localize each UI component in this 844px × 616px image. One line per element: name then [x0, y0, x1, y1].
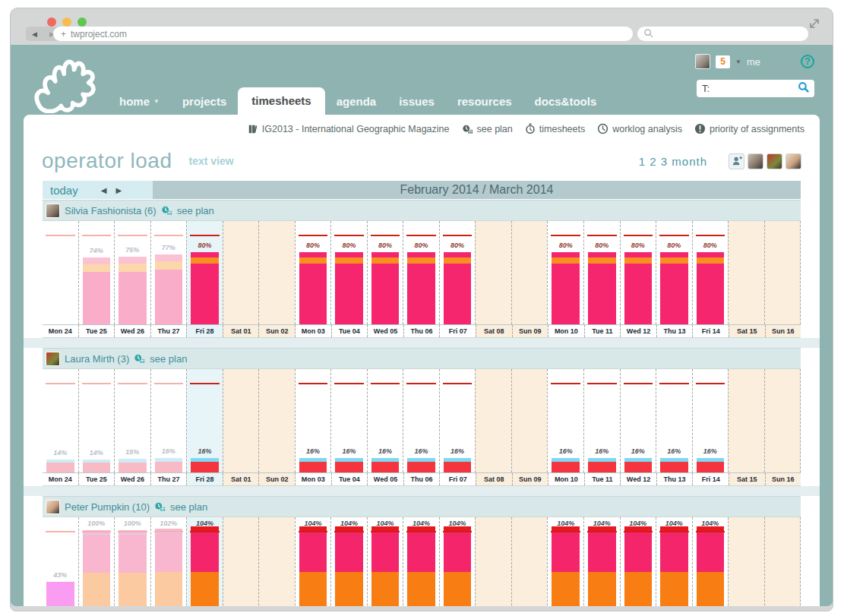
back-icon[interactable]: ◀: [32, 30, 37, 38]
period-label: February 2014 / March 2014: [153, 181, 801, 199]
load-bar[interactable]: [624, 526, 653, 606]
load-bar[interactable]: [335, 458, 363, 472]
load-bar[interactable]: [697, 526, 725, 606]
load-bar[interactable]: [552, 252, 580, 324]
next-period-icon[interactable]: ▶: [115, 186, 122, 194]
search-icon[interactable]: [798, 81, 809, 96]
operator-section: Silvia Fashionista (6)see plan74%75%77%8…: [43, 200, 801, 348]
address-bar[interactable]: + twproject.com: [53, 27, 633, 41]
quick-search-input[interactable]: T:: [697, 80, 814, 97]
project-link[interactable]: IG2013 - International Geographic Magazi…: [248, 124, 450, 134]
load-bar[interactable]: [119, 459, 147, 472]
load-bar[interactable]: [444, 458, 472, 472]
prev-period-icon[interactable]: ◀: [101, 186, 107, 194]
load-bar[interactable]: [697, 252, 725, 324]
load-bar[interactable]: [335, 252, 363, 324]
load-bar[interactable]: [191, 252, 219, 324]
load-bar[interactable]: [191, 458, 219, 472]
load-bar[interactable]: [83, 257, 111, 324]
load-bar[interactable]: [371, 526, 400, 606]
load-bar[interactable]: [407, 458, 435, 472]
operator-header: Laura Mirth (3)see plan: [43, 348, 801, 368]
chevron-down-icon[interactable]: ▼: [735, 58, 741, 65]
load-bar[interactable]: [299, 526, 327, 606]
load-bar[interactable]: [407, 526, 435, 606]
load-bar[interactable]: [588, 458, 616, 472]
load-bar[interactable]: [46, 582, 74, 606]
operator-name[interactable]: Silvia Fashionista (6): [65, 205, 156, 216]
load-bar[interactable]: [697, 458, 725, 472]
avatar-laura[interactable]: [46, 352, 60, 366]
load-bar[interactable]: [552, 526, 580, 606]
see-plan-link[interactable]: see plan: [150, 353, 187, 365]
avatar-peter[interactable]: [786, 153, 801, 169]
avatar-silvia[interactable]: [46, 204, 60, 218]
load-bar[interactable]: [155, 458, 183, 472]
load-bar[interactable]: [444, 252, 472, 324]
plan-icon[interactable]: [154, 501, 166, 512]
bar-segment: [624, 264, 653, 324]
load-percent-label: 75%: [115, 246, 150, 254]
see-plan-link[interactable]: see plan: [170, 501, 207, 513]
avatar-silvia[interactable]: [748, 153, 763, 169]
day-label: Wed 26: [114, 325, 150, 337]
load-bar[interactable]: [371, 458, 400, 472]
section-divider: [24, 486, 820, 496]
load-bar[interactable]: [335, 526, 363, 606]
me-menu[interactable]: me: [747, 56, 760, 68]
today-button[interactable]: today: [50, 184, 78, 197]
load-bar[interactable]: [191, 526, 219, 606]
load-bar[interactable]: [660, 252, 688, 324]
day-column: 104%: [330, 517, 367, 606]
load-bar[interactable]: [588, 252, 616, 324]
load-bar[interactable]: [155, 529, 183, 606]
load-bar[interactable]: [624, 252, 653, 324]
load-bar[interactable]: [119, 257, 147, 324]
avatar-laura[interactable]: [767, 153, 782, 169]
see-plan-link[interactable]: see plan: [462, 124, 513, 134]
timesheets-link[interactable]: timesheets: [525, 123, 585, 134]
plan-icon[interactable]: [161, 205, 172, 216]
capacity-line: [443, 383, 473, 384]
load-bar[interactable]: [83, 460, 111, 472]
tab-resources[interactable]: resources: [446, 89, 523, 115]
load-bar[interactable]: [660, 458, 688, 472]
tab-timesheets[interactable]: timesheets: [238, 87, 324, 115]
help-icon[interactable]: ?: [801, 55, 814, 68]
worklog-analysis-link[interactable]: worklog analysis: [597, 123, 682, 134]
user-avatar[interactable]: [695, 54, 710, 69]
operator-name[interactable]: Laura Mirth (3): [65, 353, 129, 365]
load-bar[interactable]: [119, 530, 147, 606]
load-bar[interactable]: [155, 254, 183, 324]
load-bar[interactable]: [371, 252, 400, 324]
tab-agenda[interactable]: agenda: [325, 89, 388, 115]
load-bar[interactable]: [444, 526, 472, 606]
browser-search-input[interactable]: [637, 27, 808, 41]
load-percent-label: 14%: [79, 449, 115, 456]
load-bar[interactable]: [588, 526, 616, 606]
text-view-link[interactable]: text view: [189, 155, 234, 167]
add-person-button[interactable]: [729, 153, 744, 169]
tab-docs-tools[interactable]: docs&tools: [523, 89, 609, 115]
tab-projects[interactable]: projects: [171, 89, 238, 115]
priority-of-assignments-link[interactable]: priority of assignments: [694, 123, 804, 134]
tab-home[interactable]: home▼: [108, 89, 171, 115]
load-bar[interactable]: [660, 526, 688, 606]
tab-issues[interactable]: issues: [387, 89, 446, 115]
avatar-peter[interactable]: [46, 500, 60, 514]
bar-segment: [371, 264, 400, 324]
operator-name[interactable]: Peter Pumpkin (10): [65, 501, 150, 513]
day-label: Thu 06: [403, 473, 440, 485]
period-zoom-links[interactable]: 1 2 3 month: [639, 155, 707, 168]
load-bar[interactable]: [83, 530, 111, 606]
load-bar[interactable]: [407, 252, 435, 324]
capacity-line: [443, 531, 473, 532]
see-plan-link[interactable]: see plan: [177, 205, 214, 216]
load-bar[interactable]: [299, 458, 327, 472]
load-bar[interactable]: [46, 460, 74, 472]
load-bar[interactable]: [299, 252, 327, 324]
notifications-badge[interactable]: 5: [716, 55, 730, 68]
plan-icon[interactable]: [134, 353, 145, 364]
load-bar[interactable]: [552, 458, 580, 472]
load-bar[interactable]: [624, 458, 653, 472]
